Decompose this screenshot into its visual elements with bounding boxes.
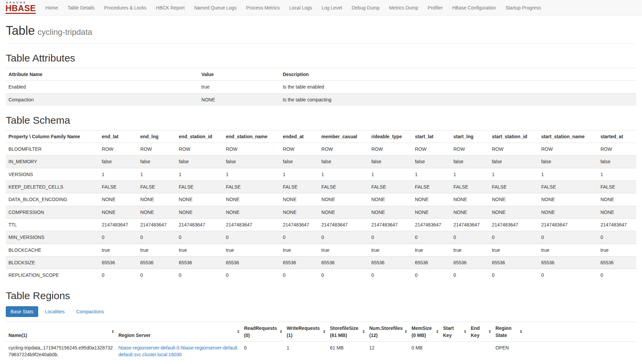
sort-icon[interactable]: ⇕ [404, 329, 407, 335]
nav-item-home[interactable]: Home [41, 1, 63, 14]
nav-item-local-logs[interactable]: Local Logs [285, 1, 317, 14]
table-cell: 0 [598, 231, 636, 244]
table-cell: 65536 [489, 256, 538, 269]
table-cell: 1 [451, 168, 489, 180]
column-header-label: start_station_name [541, 134, 584, 139]
table-cell: 1 [99, 168, 138, 180]
nav-item-procedures-locks[interactable]: Procedures & Locks [99, 1, 151, 14]
table-name: cycling-tripdata [38, 27, 92, 37]
table-cell: ROW [138, 143, 176, 155]
table-cell: 65536 [319, 256, 369, 269]
region-server-link[interactable]: hbase-regionserver-default-0.hbase-regio… [118, 345, 239, 357]
nav-item-metrics-dump[interactable]: Metrics Dump [384, 1, 423, 14]
column-header[interactable]: Num.Storefiles (12)⇕ [367, 322, 409, 342]
tab-compactions[interactable]: Compactions [71, 306, 109, 317]
table-row: BLOCKCACHEtruetruetruetruetruetruetruetr… [6, 244, 636, 256]
nav-item-table-details[interactable]: Table Details [63, 1, 99, 14]
schema-heading: Table Schema [6, 115, 636, 126]
table-cell [468, 342, 493, 361]
table-cell: 0 [241, 342, 284, 361]
nav-item-named-queue-logs[interactable]: Named Queue Logs [190, 1, 241, 14]
tab-base-stats[interactable]: Base Stats [6, 306, 38, 317]
sort-icon[interactable]: ⇕ [111, 329, 114, 335]
column-header-label: Start Key [443, 325, 454, 338]
table-cell: 0 [280, 269, 319, 282]
table-cell: 2147483647 [489, 218, 538, 231]
table-row: CompactionNONEIs the table compacting [6, 93, 636, 106]
table-cell: NONE [99, 193, 138, 206]
nav-item-profiler[interactable]: Profiler [423, 1, 447, 14]
sort-icon[interactable]: ⇕ [323, 329, 326, 335]
nav-item-process-metrics[interactable]: Process Metrics [241, 1, 285, 14]
table-row: DATA_BLOCK_ENCODINGNONENONENONENONENONEN… [6, 193, 636, 206]
table-cell: Compaction [6, 93, 199, 106]
sort-icon[interactable]: ⇕ [519, 329, 523, 335]
sort-icon[interactable]: ⇕ [436, 329, 439, 335]
table-cell: NONE [538, 206, 598, 218]
table-cell: false [176, 155, 223, 168]
sort-icon[interactable]: ⇕ [237, 329, 240, 335]
table-cell: ROW [451, 143, 489, 155]
table-cell: 0 [412, 269, 451, 282]
table-cell: 0 [451, 231, 489, 244]
column-header[interactable]: ReadRequests (0)⇕ [241, 322, 284, 342]
column-header-label: Property \ Column Family Name [8, 134, 80, 139]
table-cell: 65536 [451, 256, 489, 269]
table-cell: true [598, 244, 636, 256]
sort-icon[interactable]: ⇕ [362, 329, 365, 335]
nav-item-startup-progress[interactable]: Startup Progress [501, 1, 546, 14]
sort-icon[interactable]: ⇕ [464, 329, 467, 335]
nav-item-debug-dump[interactable]: Debug Dump [347, 1, 384, 14]
attributes-table: Attribute NameValueDescription Enabledtr… [6, 68, 636, 106]
column-header[interactable]: WriteRequests (1)⇕ [284, 322, 327, 342]
nav-item-hbck-report[interactable]: HBCK Report [151, 1, 190, 14]
table-cell: 1 [319, 168, 369, 180]
table-cell: 65536 [138, 256, 176, 269]
column-header: start_station_id [489, 130, 538, 143]
column-header[interactable]: End Key⇕ [468, 322, 493, 342]
table-cell: false [369, 155, 412, 168]
column-header[interactable]: StorefileSize (61 MB)⇕ [327, 322, 367, 342]
column-header-label: rideable_type [371, 134, 402, 139]
attributes-section: Table Attributes Attribute NameValueDesc… [6, 52, 636, 106]
table-cell: true [199, 81, 280, 93]
table-cell: false [280, 155, 319, 168]
table-cell: NONE [538, 193, 598, 206]
column-header: Attribute Name [6, 68, 199, 81]
column-header[interactable]: MemSize (0 MB)⇕ [409, 322, 440, 342]
column-header[interactable]: Start Key⇕ [440, 322, 468, 342]
table-cell: NONE [199, 93, 280, 106]
table-cell: true [280, 244, 319, 256]
column-header: end_lat [99, 130, 138, 143]
column-header[interactable]: Region State⇕ [493, 322, 524, 342]
main-nav: HomeTable DetailsProcedures & LocksHBCK … [41, 1, 546, 14]
column-header[interactable]: Name(1)⇕ [6, 322, 116, 342]
table-cell: NONE [489, 193, 538, 206]
table-cell: 65536 [412, 256, 451, 269]
table-cell: 0 [598, 269, 636, 282]
attributes-header-row: Attribute NameValueDescription [6, 68, 636, 81]
tab-localities[interactable]: Localities [40, 306, 69, 317]
table-cell: ROW [538, 143, 598, 155]
column-header-label: Attribute Name [8, 72, 42, 77]
table-cell: 2147483647 [176, 218, 223, 231]
column-header-label: end_station_id [179, 134, 212, 139]
nav-item-hbase-configuration[interactable]: HBase Configuration [447, 1, 501, 14]
table-cell: VERSIONS [6, 168, 99, 180]
table-cell: 0 [451, 269, 489, 282]
table-cell: 0 [489, 231, 538, 244]
schema-header-row: Property \ Column Family Nameend_latend_… [6, 130, 636, 143]
hbase-logo[interactable]: APACHE HBASE [2, 0, 41, 15]
sort-icon[interactable]: ⇕ [488, 329, 491, 335]
column-header-label: start_lng [453, 134, 473, 139]
column-header[interactable]: Region Server⇕ [116, 322, 241, 342]
table-cell: 65536 [598, 256, 636, 269]
table-cell: 0 [223, 269, 280, 282]
nav-item-log-level[interactable]: Log Level [317, 1, 347, 14]
table-cell: NONE [176, 193, 223, 206]
column-header-label: start_station_id [492, 134, 527, 139]
column-header: start_station_name [538, 130, 598, 143]
column-header: start_lat [412, 130, 451, 143]
table-cell: ROW [280, 143, 319, 155]
sort-icon[interactable]: ⇕ [280, 329, 283, 335]
